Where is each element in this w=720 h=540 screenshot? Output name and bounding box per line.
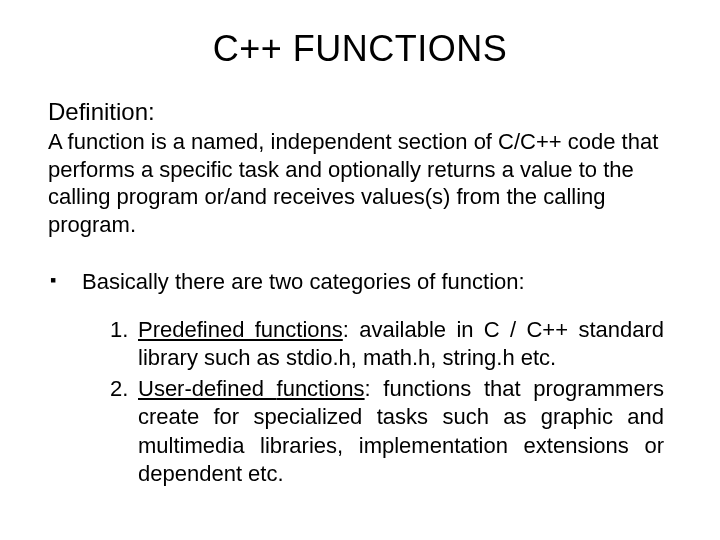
list-body: Predefined functions: available in C / C… bbox=[138, 316, 664, 373]
page-title: C++ FUNCTIONS bbox=[48, 28, 672, 70]
list-marker: 2. bbox=[110, 375, 138, 489]
numbered-list: 1. Predefined functions: available in C … bbox=[48, 316, 672, 490]
list-label2: functions bbox=[277, 376, 365, 401]
list-item: 1. Predefined functions: available in C … bbox=[110, 316, 664, 373]
list-label: Predefined functions bbox=[138, 317, 343, 342]
list-label: User-defined bbox=[138, 376, 277, 401]
list-body: User-defined functions: functions that p… bbox=[138, 375, 664, 489]
list-item: 2. User-defined functions: functions tha… bbox=[110, 375, 664, 489]
square-bullet-icon: ▪ bbox=[50, 268, 82, 296]
definition-body: A function is a named, independent secti… bbox=[48, 128, 672, 238]
list-marker: 1. bbox=[110, 316, 138, 373]
bullet-text: Basically there are two categories of fu… bbox=[82, 268, 525, 296]
bullet-item: ▪ Basically there are two categories of … bbox=[48, 268, 672, 296]
definition-heading: Definition: bbox=[48, 98, 672, 126]
